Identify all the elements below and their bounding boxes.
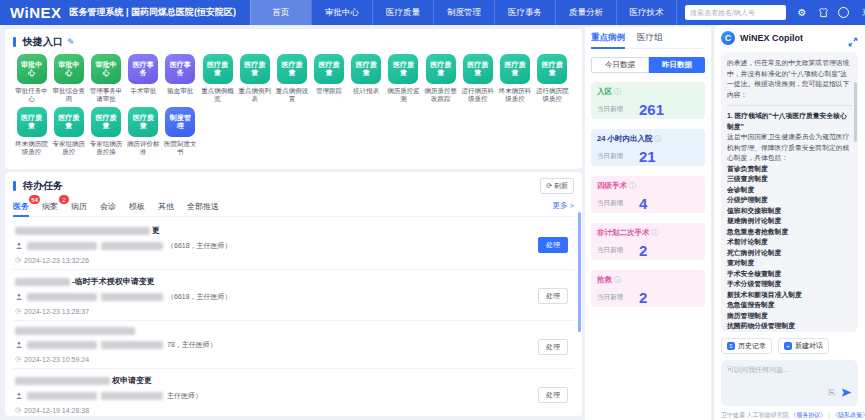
header-tab-制度管理[interactable]: 制度管理: [433, 0, 494, 25]
send-icon[interactable]: [841, 384, 852, 402]
toggle-today[interactable]: 今日数据: [591, 57, 649, 73]
attachment-icon[interactable]: ⎘: [829, 388, 835, 398]
person-icon: [15, 242, 23, 251]
expand-icon[interactable]: [848, 33, 858, 43]
quick-entry-tile[interactable]: 医疗质量专家组病历质控接: [87, 107, 124, 156]
quick-entry-tile[interactable]: 医疗质量病历质控监测: [385, 54, 422, 103]
app-title: 医务管理系统 | 国药同煤总医院(恒安院区): [70, 6, 237, 19]
more-link[interactable]: 更多 >: [553, 201, 574, 211]
todo-tab-模板[interactable]: 模板: [129, 201, 145, 212]
stats-panel: 重点病例 医疗组 今日数据 昨日数据 入区 ⓘ当日新增26124 小时内出入院 …: [585, 27, 711, 420]
tab-key-cases[interactable]: 重点病例: [591, 32, 625, 44]
quick-entry-tile[interactable]: 医疗质量重点病例设置: [273, 54, 310, 103]
tile-label: 管理事务申请审批: [87, 87, 124, 103]
tile-badge: 制度管理: [165, 107, 195, 137]
new-chat-button[interactable]: +新建对话: [778, 338, 829, 354]
redacted-text: [15, 227, 150, 235]
tile-label: 病历质控整改跟踪: [422, 87, 459, 103]
todo-tab-其他[interactable]: 其他: [158, 201, 174, 212]
quick-entry-tile[interactable]: 医疗质量专家组病历质控: [50, 107, 87, 156]
quick-entry-tile[interactable]: 医疗质量运行病历科级质控: [459, 54, 496, 103]
edit-pencil-icon[interactable]: ✎: [67, 37, 75, 47]
copilot-input[interactable]: 可以问我任何问题... ⎘: [721, 360, 858, 406]
tab-medical-group[interactable]: 医疗组: [637, 32, 663, 44]
toggle-yesterday[interactable]: 昨日数据: [649, 57, 705, 73]
todo-item[interactable]: 78，主任医师）◷2024-12-23 10:59:24处理: [13, 321, 574, 369]
tile-label: 医院制度文书: [162, 140, 199, 156]
quick-entry-tile[interactable]: 医疗质量重点病例概览: [199, 54, 236, 103]
redacted-text: [15, 377, 110, 385]
info-icon[interactable]: ⓘ: [629, 181, 636, 191]
todo-item[interactable]: 更（6618，主任医师）◷2024-12-23 13:32:26处理: [13, 219, 574, 270]
todo-tab-全部推送[interactable]: 全部推送: [187, 201, 219, 212]
quick-entry-tile[interactable]: 医疗质量统计报表: [348, 54, 385, 103]
stat-card-label: 当日新增: [597, 105, 623, 114]
todo-tab-会诊[interactable]: 会诊: [100, 201, 116, 212]
header-tab-审批中心[interactable]: 审批中心: [311, 0, 372, 25]
tile-label: 病历质控监测: [385, 87, 422, 103]
header-icons: ⚙ 系统管理员: [796, 7, 865, 19]
copilot-scrollbar[interactable]: [854, 82, 857, 142]
handle-button[interactable]: 处理: [538, 237, 568, 253]
copilot-footer-text: 卫宁健康 人工智能研究院: [721, 412, 789, 418]
todo-item[interactable]: -临时手术授权申请变更（6618，主任医师）◷2024-12-23 13:28:…: [13, 270, 574, 321]
refresh-button[interactable]: ⟳ 刷新: [540, 178, 574, 194]
copilot-list-item: 急危重患者抢救制度: [727, 227, 852, 238]
quick-entry-tile[interactable]: 制度管理医院制度文书: [162, 107, 199, 156]
copilot-list-item: 三级查房制度: [727, 174, 852, 185]
handle-button[interactable]: 处理: [538, 387, 568, 403]
quick-entry-tile[interactable]: 医疗质量病历质控整改跟踪: [422, 54, 459, 103]
header-tab-医疗质量[interactable]: 医疗质量: [372, 0, 433, 25]
header-tab-首页[interactable]: 首页: [250, 0, 311, 25]
todo-item-subtitle-text: （6618，主任医师）: [167, 241, 232, 251]
timestamp: 2024-12-19 14:28:38: [24, 407, 89, 414]
quick-entry-tile[interactable]: 医疗事务手术审批: [125, 54, 162, 103]
settings-gear-icon[interactable]: ⚙: [796, 7, 808, 19]
info-icon[interactable]: ⓘ: [652, 228, 659, 238]
quick-entry-tile[interactable]: 审批中心审批综合查询: [50, 54, 87, 103]
stat-card: 四级手术 ⓘ当日新增4: [591, 176, 705, 213]
patient-search-input[interactable]: [685, 5, 786, 20]
copilot-list-item: 病历管理制度: [727, 311, 852, 322]
user-avatar[interactable]: [838, 7, 849, 18]
copilot-list: 首诊负责制度三级查房制度会诊制度分级护理制度值班和交接班制度疑难病例讨论制度急危…: [727, 164, 852, 333]
handle-button[interactable]: 处理: [538, 288, 568, 304]
todo-tabs: 医务54病案2病历会诊模板其他全部推送更多 >: [13, 201, 574, 217]
info-icon[interactable]: ⓘ: [614, 87, 621, 97]
copilot-list-item: 查对制度: [727, 258, 852, 269]
tile-badge: 医疗质量: [240, 54, 270, 84]
quick-entry-tile[interactable]: 医疗质量终末病历院级质控: [13, 107, 50, 156]
quick-entry-tile[interactable]: 医疗质量终末病历科级质控: [496, 54, 533, 103]
tile-badge: 医疗质量: [426, 54, 456, 84]
todo-tab-医务[interactable]: 医务54: [13, 201, 29, 212]
clock-icon: ◷: [15, 355, 21, 363]
stat-card-value: 261: [639, 101, 664, 118]
history-button[interactable]: ≡历史记录: [721, 338, 772, 354]
info-icon[interactable]: ⓘ: [614, 275, 621, 285]
header-tab-质量分析[interactable]: 质量分析: [555, 0, 616, 25]
todo-scrollbar[interactable]: [578, 212, 581, 332]
quick-entry-tiles: 审批中心审批任务中心审批中心审批综合查询审批中心管理事务申请审批医疗事务手术审批…: [13, 54, 574, 160]
service-agreement-link[interactable]: 《服务协议》: [790, 412, 826, 418]
todo-item[interactable]: 权申请变更主任医师）◷2024-12-19 14:28:38处理: [13, 369, 574, 416]
header-tab-医疗技术[interactable]: 医疗技术: [616, 0, 677, 25]
quick-entry-tile[interactable]: 医疗质量重点病例列表: [236, 54, 273, 103]
copilot-section-desc: 这是中国国家卫生健康委员会为规范医疗机构管理、保障医疗质量安全而制定的核心制度，…: [727, 132, 852, 164]
info-icon[interactable]: ⓘ: [654, 134, 661, 144]
quick-entry-tile[interactable]: 审批中心审批任务中心: [13, 54, 50, 103]
quick-entry-tile[interactable]: 医疗质量运行病历院级质控: [534, 54, 571, 103]
tile-label: 管理跟踪: [316, 87, 342, 103]
tile-badge: 医疗质量: [537, 54, 567, 84]
quick-entry-tile[interactable]: 医疗质量管理跟踪: [311, 54, 348, 103]
todo-tab-病案[interactable]: 病案2: [42, 201, 58, 212]
handle-button[interactable]: 处理: [538, 339, 568, 355]
header-tab-医疗事务[interactable]: 医疗事务: [494, 0, 555, 25]
redacted-text: [27, 341, 97, 349]
todo-tab-病历[interactable]: 病历: [71, 201, 87, 212]
privacy-policy-link[interactable]: 《隐私政策》: [832, 412, 865, 418]
quick-entry-tile[interactable]: 审批中心管理事务申请审批: [87, 54, 124, 103]
theme-shirt-icon[interactable]: [817, 7, 829, 19]
app-header: WiNEX 医务管理系统 | 国药同煤总医院(恒安院区) 首页审批中心医疗质量制…: [0, 0, 865, 25]
quick-entry-tile[interactable]: 医疗事务输血审批: [162, 54, 199, 103]
quick-entry-tile[interactable]: 医疗质量病历评价标准: [125, 107, 162, 156]
